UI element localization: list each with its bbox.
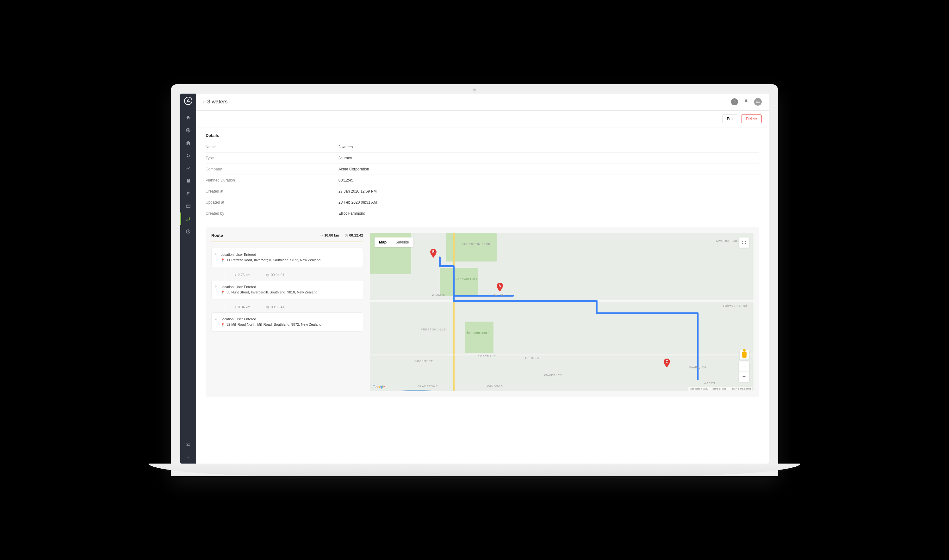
nav-settings-icon[interactable] <box>180 438 196 451</box>
back-button[interactable]: ‹ <box>203 99 205 105</box>
map-label: WAVERLEY <box>544 374 562 377</box>
waypoint-letter: B <box>215 285 217 288</box>
nav-clipboard-icon[interactable] <box>180 175 196 187</box>
action-bar: Edit Delete <box>196 111 769 128</box>
nav-globe-icon[interactable] <box>180 124 196 137</box>
map-label: HARGEST <box>525 356 541 360</box>
content-scroll[interactable]: Details Name3 waters TypeJourney Company… <box>196 128 769 463</box>
clock-icon: ◷ <box>345 233 348 237</box>
map-type-satellite[interactable]: Satellite <box>391 237 413 247</box>
waypoint-type: Location: User Entered <box>220 285 358 289</box>
map-label: WAIKIWI <box>432 293 445 296</box>
waypoint-type: Location: User Entered <box>220 253 358 257</box>
map-label: Fairweather Rd <box>723 304 747 307</box>
svg-point-9 <box>188 231 189 232</box>
notifications-icon[interactable] <box>744 99 749 105</box>
map-fullscreen-button[interactable] <box>739 237 749 248</box>
detail-row: Updated at28 Feb 2020 08:31 AM <box>206 197 759 208</box>
map-marker-a[interactable]: A <box>497 283 503 292</box>
avatar[interactable]: BG <box>754 98 762 106</box>
svg-point-11 <box>188 445 190 446</box>
svg-point-10 <box>186 443 188 444</box>
map-label: Thomsons Bush <box>465 331 490 334</box>
report-link[interactable]: Report a map error <box>729 387 751 390</box>
waypoint-card[interactable]: B Location: User Entered 📍33 Hunt Street… <box>211 280 363 300</box>
nav-home-icon[interactable] <box>180 111 196 124</box>
map-label: GLADSTONE <box>417 385 438 388</box>
topbar: ‹ 3 waters ? BG <box>196 94 769 111</box>
nav-tools-icon[interactable] <box>180 187 196 200</box>
distance-icon: ⇢ <box>320 233 323 237</box>
terms-link[interactable]: Terms of Use <box>712 387 726 390</box>
pin-icon: 📍 <box>220 291 225 295</box>
route-heading: Route <box>211 233 223 238</box>
map-label: ASCOT <box>704 382 716 385</box>
route-panel: Route ⇢10.80 km ◷00:12:42 A Location: Us… <box>211 233 363 391</box>
map-label: Findlay Rd <box>689 366 706 369</box>
pegman-icon[interactable] <box>739 350 749 360</box>
map-label: ROSEDALE <box>478 355 496 358</box>
waypoint-address: 33 Hunt Street, Invercargill, Southland,… <box>226 290 317 294</box>
nav-users-icon[interactable] <box>180 149 196 162</box>
page-title: 3 waters <box>207 98 228 105</box>
map[interactable]: ANDERSON PARK MYROSS BUSH Donovan Park W… <box>370 233 753 391</box>
details-heading: Details <box>206 133 759 138</box>
detail-row: Planned Duration00:12:45 <box>206 175 759 186</box>
map-marker-c[interactable]: C <box>664 358 670 368</box>
map-label: Donovan Park <box>456 277 478 280</box>
help-icon[interactable]: ? <box>731 98 738 105</box>
waypoint-address: 11 Retreat Road, Invercargill, Southland… <box>226 258 320 262</box>
waypoint-letter: C <box>215 317 217 320</box>
map-type-map[interactable]: Map <box>374 237 391 247</box>
map-label: PRESTONVILLE <box>421 328 446 331</box>
distance-icon: ⇢ <box>233 305 236 309</box>
edit-button[interactable]: Edit <box>722 114 738 123</box>
svg-point-2 <box>189 155 190 155</box>
map-label: WINDSOR <box>487 385 503 388</box>
waypoint-card[interactable]: C Location: User Entered 📍82 Mill Road N… <box>211 312 363 332</box>
route-segment: ⇢2.76 km ◷00:04:01 <box>211 270 363 280</box>
waypoint-letter: A <box>215 253 217 256</box>
detail-row: Name3 waters <box>206 142 759 153</box>
map-label: ANDERSON PARK <box>462 243 490 246</box>
map-label: MYROSS BUSH <box>716 239 741 243</box>
svg-point-6 <box>186 220 188 220</box>
distance-icon: ⇢ <box>233 273 236 277</box>
nav-route-icon[interactable] <box>180 212 196 225</box>
waypoint-card[interactable]: A Location: User Entered 📍11 Retreat Roa… <box>211 248 363 267</box>
waypoint-type: Location: User Entered <box>220 317 358 321</box>
zoom-out-button[interactable]: − <box>739 372 749 382</box>
waypoint-address: 82 Mill Road North, Mill Road, Southland… <box>226 323 321 326</box>
nav-analytics-icon[interactable] <box>180 162 196 175</box>
screen: ‹ 3 waters ? BG Edit Delete Details <box>180 94 769 463</box>
detail-row: Created byElliot Hammond <box>206 208 759 219</box>
main-content: ‹ 3 waters ? BG Edit Delete Details <box>196 94 769 463</box>
laptop-base <box>149 463 800 476</box>
detail-row: TypeJourney <box>206 153 759 164</box>
breadcrumb: ‹ 3 waters <box>203 98 228 105</box>
nav-card-icon[interactable] <box>180 200 196 212</box>
google-logo: Google <box>373 385 385 389</box>
map-zoom-controls: + − <box>739 362 749 382</box>
clock-icon: ◷ <box>266 305 269 309</box>
map-label: GRASMERE <box>414 360 433 363</box>
pin-icon: 📍 <box>220 258 225 262</box>
map-label: WAIROPAI <box>493 293 510 296</box>
details-table: Name3 waters TypeJourney CompanyAcme Cor… <box>206 142 759 219</box>
map-marker-b[interactable]: B <box>430 249 436 258</box>
svg-rect-4 <box>188 178 189 180</box>
pin-icon: 📍 <box>220 323 225 327</box>
delete-button[interactable]: Delete <box>741 114 762 123</box>
nav-building-icon[interactable] <box>180 137 196 149</box>
nav-wheel-icon[interactable] <box>180 225 196 238</box>
detail-row: CompanyAcme Corporation <box>206 164 759 175</box>
svg-point-1 <box>187 154 188 155</box>
map-type-switcher: Map Satellite <box>374 237 413 247</box>
webcam-dot <box>473 89 476 91</box>
svg-point-7 <box>189 217 190 218</box>
zoom-in-button[interactable]: + <box>739 362 749 372</box>
sidebar <box>180 94 196 463</box>
nav-collapse-icon[interactable] <box>180 451 196 463</box>
svg-rect-5 <box>186 205 190 208</box>
app-logo[interactable] <box>184 97 193 105</box>
